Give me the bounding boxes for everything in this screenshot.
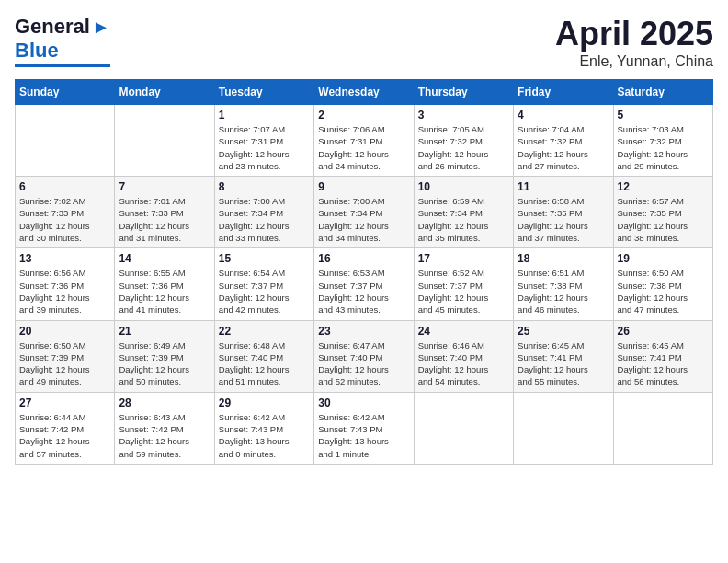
- logo-blue-text: Blue: [15, 39, 59, 63]
- calendar-cell: 21Sunrise: 6:49 AMSunset: 7:39 PMDayligh…: [115, 320, 214, 392]
- calendar-cell: [16, 105, 115, 177]
- day-info: Sunrise: 6:46 AMSunset: 7:40 PMDaylight:…: [418, 339, 509, 388]
- day-info: Sunrise: 7:00 AMSunset: 7:34 PMDaylight:…: [219, 195, 310, 244]
- day-info: Sunrise: 7:00 AMSunset: 7:34 PMDaylight:…: [318, 195, 409, 244]
- calendar-cell: 15Sunrise: 6:54 AMSunset: 7:37 PMDayligh…: [214, 248, 313, 320]
- day-number: 3: [418, 109, 509, 121]
- calendar-row: 27Sunrise: 6:44 AMSunset: 7:42 PMDayligh…: [16, 392, 713, 464]
- calendar-row: 20Sunrise: 6:50 AMSunset: 7:39 PMDayligh…: [16, 320, 713, 392]
- calendar-cell: 29Sunrise: 6:42 AMSunset: 7:43 PMDayligh…: [214, 392, 313, 464]
- calendar-cell: 30Sunrise: 6:42 AMSunset: 7:43 PMDayligh…: [314, 392, 414, 464]
- month-title: April 2025: [555, 15, 713, 53]
- day-info: Sunrise: 6:43 AMSunset: 7:42 PMDaylight:…: [119, 411, 210, 460]
- calendar-cell: 22Sunrise: 6:48 AMSunset: 7:40 PMDayligh…: [214, 320, 313, 392]
- calendar-cell: 13Sunrise: 6:56 AMSunset: 7:36 PMDayligh…: [16, 248, 115, 320]
- calendar-row: 13Sunrise: 6:56 AMSunset: 7:36 PMDayligh…: [16, 248, 713, 320]
- day-info: Sunrise: 6:48 AMSunset: 7:40 PMDaylight:…: [219, 339, 310, 388]
- day-number: 28: [119, 396, 210, 409]
- day-number: 23: [318, 325, 409, 338]
- calendar-cell: 6Sunrise: 7:02 AMSunset: 7:33 PMDaylight…: [16, 177, 115, 248]
- day-number: 5: [618, 109, 709, 121]
- day-number: 11: [518, 180, 609, 193]
- day-number: 20: [19, 325, 110, 338]
- day-number: 8: [219, 180, 310, 193]
- weekday-header: Saturday: [613, 80, 712, 105]
- day-number: 1: [219, 109, 310, 121]
- logo: General ► Blue: [15, 15, 110, 67]
- day-info: Sunrise: 6:49 AMSunset: 7:39 PMDaylight:…: [119, 339, 210, 388]
- calendar-cell: [613, 392, 712, 464]
- day-info: Sunrise: 7:06 AMSunset: 7:31 PMDaylight:…: [318, 123, 409, 172]
- day-number: 7: [119, 180, 210, 193]
- day-info: Sunrise: 6:45 AMSunset: 7:41 PMDaylight:…: [618, 339, 709, 388]
- calendar-cell: 10Sunrise: 6:59 AMSunset: 7:34 PMDayligh…: [414, 177, 513, 248]
- calendar-cell: [414, 392, 513, 464]
- day-info: Sunrise: 6:52 AMSunset: 7:37 PMDaylight:…: [418, 267, 509, 316]
- day-info: Sunrise: 6:50 AMSunset: 7:39 PMDaylight:…: [19, 339, 110, 388]
- logo-underline: [15, 64, 110, 67]
- day-info: Sunrise: 7:07 AMSunset: 7:31 PMDaylight:…: [219, 123, 310, 172]
- calendar-table: SundayMondayTuesdayWednesdayThursdayFrid…: [15, 79, 713, 465]
- calendar-cell: 9Sunrise: 7:00 AMSunset: 7:34 PMDaylight…: [314, 177, 414, 248]
- calendar-cell: 23Sunrise: 6:47 AMSunset: 7:40 PMDayligh…: [314, 320, 414, 392]
- day-number: 29: [219, 396, 310, 409]
- day-info: Sunrise: 6:50 AMSunset: 7:38 PMDaylight:…: [618, 267, 709, 316]
- day-info: Sunrise: 6:42 AMSunset: 7:43 PMDaylight:…: [318, 411, 409, 460]
- weekday-header: Monday: [115, 80, 214, 105]
- calendar-cell: 3Sunrise: 7:05 AMSunset: 7:32 PMDaylight…: [414, 105, 513, 177]
- weekday-header: Thursday: [414, 80, 513, 105]
- calendar-cell: 27Sunrise: 6:44 AMSunset: 7:42 PMDayligh…: [16, 392, 115, 464]
- day-info: Sunrise: 6:53 AMSunset: 7:37 PMDaylight:…: [318, 267, 409, 316]
- calendar-row: 6Sunrise: 7:02 AMSunset: 7:33 PMDaylight…: [16, 177, 713, 248]
- day-info: Sunrise: 6:57 AMSunset: 7:35 PMDaylight:…: [618, 195, 709, 244]
- calendar-cell: 20Sunrise: 6:50 AMSunset: 7:39 PMDayligh…: [16, 320, 115, 392]
- calendar-cell: 7Sunrise: 7:01 AMSunset: 7:33 PMDaylight…: [115, 177, 214, 248]
- calendar-cell: 1Sunrise: 7:07 AMSunset: 7:31 PMDaylight…: [214, 105, 313, 177]
- calendar-cell: [115, 105, 214, 177]
- logo-arrow-icon: ►: [92, 17, 110, 38]
- day-info: Sunrise: 7:03 AMSunset: 7:32 PMDaylight:…: [618, 123, 709, 172]
- calendar-cell: 18Sunrise: 6:51 AMSunset: 7:38 PMDayligh…: [514, 248, 613, 320]
- calendar-cell: 19Sunrise: 6:50 AMSunset: 7:38 PMDayligh…: [613, 248, 712, 320]
- calendar-cell: 5Sunrise: 7:03 AMSunset: 7:32 PMDaylight…: [613, 105, 712, 177]
- day-number: 10: [418, 180, 509, 193]
- day-number: 21: [119, 325, 210, 338]
- weekday-header: Sunday: [16, 80, 115, 105]
- day-info: Sunrise: 7:04 AMSunset: 7:32 PMDaylight:…: [518, 123, 609, 172]
- page-header: General ► Blue April 2025 Enle, Yunnan, …: [15, 15, 713, 70]
- day-number: 9: [318, 180, 409, 193]
- weekday-header: Tuesday: [214, 80, 313, 105]
- logo-general-text: General: [15, 15, 90, 39]
- weekday-header: Wednesday: [314, 80, 414, 105]
- calendar-cell: 24Sunrise: 6:46 AMSunset: 7:40 PMDayligh…: [414, 320, 513, 392]
- calendar-cell: 2Sunrise: 7:06 AMSunset: 7:31 PMDaylight…: [314, 105, 414, 177]
- calendar-cell: 4Sunrise: 7:04 AMSunset: 7:32 PMDaylight…: [514, 105, 613, 177]
- day-info: Sunrise: 7:02 AMSunset: 7:33 PMDaylight:…: [19, 195, 110, 244]
- day-number: 13: [19, 252, 110, 265]
- day-info: Sunrise: 6:56 AMSunset: 7:36 PMDaylight:…: [19, 267, 110, 316]
- day-number: 17: [418, 252, 509, 265]
- calendar-cell: 14Sunrise: 6:55 AMSunset: 7:36 PMDayligh…: [115, 248, 214, 320]
- day-number: 4: [518, 109, 609, 121]
- day-info: Sunrise: 6:59 AMSunset: 7:34 PMDaylight:…: [418, 195, 509, 244]
- calendar-row: 1Sunrise: 7:07 AMSunset: 7:31 PMDaylight…: [16, 105, 713, 177]
- day-number: 25: [518, 325, 609, 338]
- day-number: 14: [119, 252, 210, 265]
- day-info: Sunrise: 6:51 AMSunset: 7:38 PMDaylight:…: [518, 267, 609, 316]
- calendar-cell: 25Sunrise: 6:45 AMSunset: 7:41 PMDayligh…: [514, 320, 613, 392]
- day-number: 12: [618, 180, 709, 193]
- day-number: 16: [318, 252, 409, 265]
- day-info: Sunrise: 6:47 AMSunset: 7:40 PMDaylight:…: [318, 339, 409, 388]
- day-number: 6: [19, 180, 110, 193]
- day-number: 15: [219, 252, 310, 265]
- day-number: 30: [318, 396, 409, 409]
- day-number: 26: [618, 325, 709, 338]
- calendar-cell: 26Sunrise: 6:45 AMSunset: 7:41 PMDayligh…: [613, 320, 712, 392]
- weekday-header: Friday: [514, 80, 613, 105]
- day-info: Sunrise: 6:44 AMSunset: 7:42 PMDaylight:…: [19, 411, 110, 460]
- day-number: 19: [618, 252, 709, 265]
- day-info: Sunrise: 6:55 AMSunset: 7:36 PMDaylight:…: [119, 267, 210, 316]
- day-number: 18: [518, 252, 609, 265]
- day-info: Sunrise: 6:58 AMSunset: 7:35 PMDaylight:…: [518, 195, 609, 244]
- calendar-cell: [514, 392, 613, 464]
